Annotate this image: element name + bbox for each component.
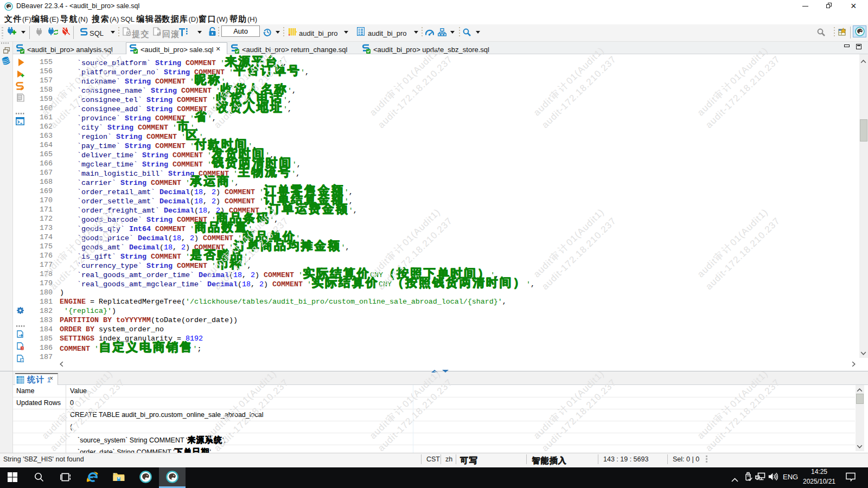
svg-text:(x): (x): [21, 359, 24, 362]
